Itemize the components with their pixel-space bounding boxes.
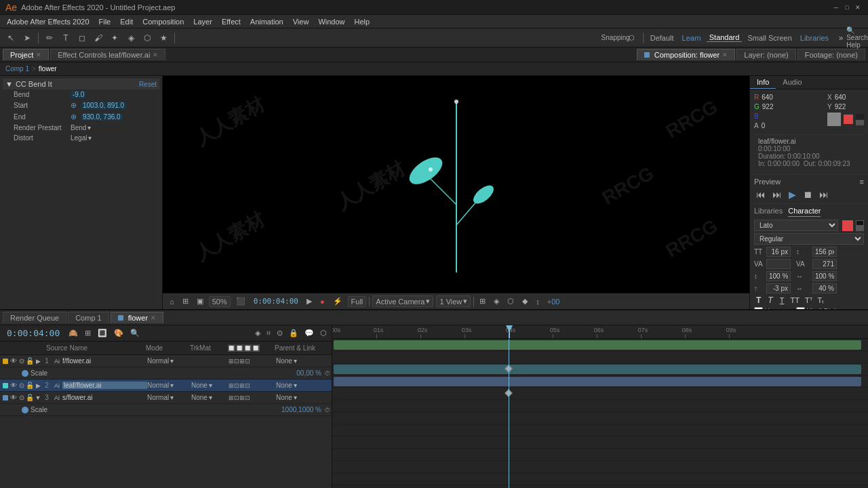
strikethrough-btn[interactable]: TT (789, 296, 800, 304)
breadcrumb-flower[interactable]: flower (39, 65, 57, 73)
prev-play[interactable]: ▶ (787, 188, 798, 201)
font-size-input[interactable] (766, 247, 791, 257)
tab-info[interactable]: Info (750, 76, 776, 89)
maximize-button[interactable]: □ (842, 3, 852, 12)
menu-file[interactable]: File (95, 16, 115, 27)
vc-camera-dropdown[interactable]: Active Camera ▾ (372, 296, 433, 307)
tl-add-marker[interactable]: ◈ (253, 327, 262, 339)
toolbar-roto[interactable]: ⬡ (140, 31, 154, 45)
layer-1-lock[interactable]: 🔓 (26, 357, 34, 365)
tl-tab-comp1[interactable]: Comp 1 (68, 312, 109, 323)
breadcrumb-comp1[interactable]: Comp 1 (5, 65, 29, 73)
vc-grid2[interactable]: ⊞ (477, 296, 488, 307)
vc-fit[interactable]: ⬛ (233, 296, 248, 307)
layer-2-expand[interactable]: ▶ (34, 382, 42, 389)
layer-3-eye[interactable]: 👁 (9, 394, 18, 401)
vc-region[interactable]: ▣ (194, 296, 206, 307)
font-style-select[interactable]: Regular (754, 233, 864, 245)
vc-home[interactable]: ⌂ (167, 296, 177, 307)
tl-tab-flower[interactable]: flower ✕ (111, 312, 163, 323)
tl-hide-shy[interactable]: 🙈 (66, 327, 80, 339)
layer-1-parent[interactable]: None▾ (276, 357, 330, 365)
toolbar-shape[interactable]: ◻ (75, 31, 89, 45)
layer-row-3[interactable]: 👁 ⊙ 🔓 ▼ 3 Ai s/flower.ai Normal▾ None▾ ⊞… (0, 392, 332, 404)
workspace-learn[interactable]: Learn (679, 34, 704, 42)
prev-first[interactable]: ⏮ (754, 188, 768, 201)
close-button[interactable]: ✕ (853, 3, 863, 12)
layer-3-lock[interactable]: 🔓 (26, 394, 34, 401)
menu-composition[interactable]: Composition (138, 16, 188, 27)
toolbar-search[interactable]: 🔍 Search Help (850, 31, 864, 45)
playhead-line[interactable] (509, 339, 509, 488)
workspace-default[interactable]: Default (648, 34, 677, 42)
superscript-btn[interactable]: Tᵀ (804, 296, 814, 305)
menu-window[interactable]: Window (314, 16, 349, 27)
tab-effect-controls[interactable]: Effect Controls leaf/flower.ai ✕ (50, 49, 165, 60)
tl-color[interactable]: 🎨 (112, 327, 125, 339)
toolbar-stamp[interactable]: ✦ (108, 31, 121, 45)
tab-audio[interactable]: Audio (776, 76, 808, 89)
toolbar-select[interactable]: ↖ (4, 31, 18, 45)
layer-3-parent[interactable]: None▾ (276, 394, 330, 401)
vert-scale-input[interactable] (766, 271, 791, 281)
layer-2-lock[interactable]: 🔓 (26, 382, 34, 389)
italic-btn[interactable]: T (766, 296, 774, 305)
minimize-button[interactable]: ─ (831, 3, 841, 12)
vc-grid[interactable]: ⊞ (180, 296, 191, 307)
prop-distort-dropdown[interactable]: Legal ▾ (71, 134, 92, 142)
menu-animation[interactable]: Animation (246, 16, 288, 27)
prop-start-crosshair[interactable]: ⊕ (71, 101, 77, 110)
toolbar-snapping[interactable]: Snapping (609, 31, 623, 45)
layer-3-mode[interactable]: Normal▾ (147, 394, 191, 401)
libs-tab-libraries[interactable]: Libraries (754, 207, 783, 217)
ligatures-label[interactable]: Ligatures (754, 307, 792, 309)
tsume-input[interactable] (812, 283, 837, 293)
layer-3-scale-keyframe[interactable] (22, 407, 28, 413)
bold-btn[interactable]: T (754, 296, 763, 305)
vc-quality[interactable]: Full (348, 296, 367, 307)
baseline-input[interactable] (766, 283, 791, 293)
layer-1-scale-stopwatch[interactable]: ⏱ (324, 370, 330, 377)
ligatures-check[interactable] (754, 307, 763, 309)
title-bar-controls[interactable]: ─ □ ✕ (831, 3, 863, 12)
tab-project-close[interactable]: ✕ (36, 52, 41, 58)
tl-enable-layers[interactable]: ⊞ (83, 327, 93, 339)
layer-3-trinmask[interactable]: None▾ (191, 394, 229, 401)
vc-layers[interactable]: ⚡ (330, 296, 345, 307)
tl-search[interactable]: 🔍 (128, 327, 142, 339)
layer-2-solo[interactable]: ⊙ (18, 382, 26, 389)
prev-prev[interactable]: ⏭ (770, 188, 784, 201)
vc-view-dropdown[interactable]: 1 View ▾ (436, 296, 471, 307)
tl-chart-editor[interactable]: ⌗ (264, 327, 273, 339)
layer-2-eye[interactable]: 👁 (9, 382, 18, 389)
tab-footage[interactable]: Footage: (none) (797, 49, 865, 60)
prop-start-value[interactable]: 1003.0, 891.0 (81, 102, 126, 109)
layer-1-scale-keyframe[interactable] (22, 370, 28, 377)
layer-1-mode[interactable]: Normal▾ (147, 357, 191, 365)
toolbar-3d[interactable]: ⬡ (625, 31, 639, 45)
layer-3-solo[interactable]: ⊙ (18, 394, 26, 401)
tl-lock[interactable]: 🔒 (287, 327, 300, 339)
menu-edit[interactable]: Edit (116, 16, 137, 27)
layer-3-scale-stopwatch[interactable]: ⏱ (324, 407, 330, 413)
tl-tab-render[interactable]: Render Queue (3, 312, 66, 323)
toolbar-puppet[interactable]: ★ (157, 31, 170, 45)
vc-zoom[interactable]: 50% (209, 296, 231, 307)
tl-comment[interactable]: 💬 (302, 327, 316, 339)
toolbar-text[interactable]: T (59, 31, 73, 45)
toolbar-eraser[interactable]: ◈ (124, 31, 138, 45)
toolbar-brush[interactable]: 🖌 (92, 31, 105, 45)
horiz-scale-input[interactable] (812, 271, 837, 281)
font-color-swatch[interactable] (842, 220, 853, 231)
vc-mask[interactable]: ◈ (491, 296, 502, 307)
leading-input[interactable] (812, 247, 837, 257)
layer-1-eye[interactable]: 👁 (9, 357, 18, 365)
prop-bend-value[interactable]: -9.0 (71, 91, 86, 98)
tab-project[interactable]: Project ✕ (3, 49, 49, 60)
vc-snap[interactable]: ↕ (533, 296, 542, 307)
libs-tab-character[interactable]: Character (788, 207, 821, 217)
tab-comp-flower[interactable]: Composition: flower ✕ (637, 49, 736, 60)
menu-effect[interactable]: Effect (218, 16, 245, 27)
toolbar-pen[interactable]: ✏ (43, 31, 56, 45)
tab-layer[interactable]: Layer: (none) (736, 49, 795, 60)
